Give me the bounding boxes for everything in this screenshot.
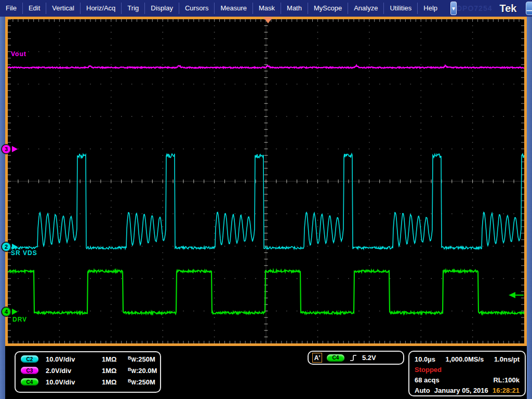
c2-impedance: 1MΩ — [102, 355, 128, 363]
c3-pill[interactable]: C3 — [21, 367, 38, 374]
menu-cursors[interactable]: Cursors — [179, 3, 215, 14]
waveform-plot — [8, 19, 524, 343]
sample-rate: 1,000.0MS/s — [446, 355, 484, 363]
c3-impedance: 1MΩ — [102, 367, 128, 375]
channel-4-position-marker[interactable]: 4 — [1, 307, 19, 317]
waveform-label-vout: Vout — [11, 50, 26, 58]
left-window-strip — [0, 17, 5, 399]
timebase-row: 10.0µs 1,000.0MS/s 1.0ns/pt — [415, 354, 520, 364]
channel-3-badge: 3 — [1, 144, 11, 154]
acq-state: Stopped — [415, 366, 442, 374]
graticule: Vout SR VDS DRV — [8, 19, 524, 343]
c3-bandwidth: BW:20.0M — [128, 367, 157, 375]
time-per-div: 10.0µs — [415, 355, 435, 363]
mode-date-row: Auto January 05, 2016 16:28:21 — [415, 385, 520, 395]
oscilloscope-screen: { "colors": { "titlebar_bg": "#1c2977", … — [0, 0, 532, 399]
channel-3-arrow-icon — [12, 146, 18, 152]
channel-4-badge: 4 — [1, 307, 11, 317]
menu-dropdown-button[interactable]: ▼ — [450, 2, 457, 15]
trigger-mode: Auto — [415, 387, 430, 394]
channel-2-badge: 2 — [1, 242, 11, 252]
menu-myscope[interactable]: MyScope — [308, 3, 348, 14]
menu-help[interactable]: Help — [417, 3, 443, 14]
titlebar: File Edit Vertical Horiz/Acq Trig Displa… — [0, 0, 532, 17]
trigger-level: 5.2V — [362, 354, 376, 362]
menu-analyze[interactable]: Analyze — [348, 3, 383, 14]
menu-utilities[interactable]: Utilities — [383, 3, 417, 14]
acquisition-readout-box[interactable]: 10.0µs 1,000.0MS/s 1.0ns/pt Stopped 68 a… — [408, 351, 526, 396]
model-watermark: DPO7254 — [457, 4, 492, 12]
menu-edit[interactable]: Edit — [22, 3, 46, 14]
c4-bandwidth: BW:250M — [128, 378, 155, 386]
menu-display[interactable]: Display — [144, 3, 179, 14]
menu-file[interactable]: File — [0, 3, 22, 14]
c4-impedance: 1MΩ — [102, 378, 128, 386]
tek-logo: Tek — [499, 3, 516, 15]
c4-pill[interactable]: C4 — [21, 378, 38, 385]
acq-count-row: 68 acqs RL:100k — [415, 375, 520, 385]
date-label: January 05, 2016 — [434, 387, 488, 394]
clock-label: 16:28:21 — [493, 387, 520, 394]
channel-readout-row-c4[interactable]: C4 10.0V/div 1MΩ BW:250M — [16, 376, 160, 388]
trigger-readout-box[interactable]: A' C4 5.2V — [308, 351, 404, 365]
right-window-strip — [527, 17, 532, 399]
minimize-icon: — — [526, 9, 532, 12]
channel-3-position-marker[interactable]: 3 — [1, 144, 19, 154]
trigger-a-badge: A' — [312, 353, 322, 363]
channel-readout-row-c3[interactable]: C3 2.0V/div 1MΩ BW:20.0M — [16, 365, 160, 376]
sample-interval: 1.0ns/pt — [494, 355, 520, 363]
minimize-button[interactable]: — — [526, 2, 532, 15]
c2-bandwidth: BW:250M — [128, 355, 155, 363]
menu-mask[interactable]: Mask — [252, 3, 281, 14]
channel-2-arrow-icon — [12, 244, 18, 250]
menu-math[interactable]: Math — [281, 3, 308, 14]
record-length: RL:100k — [493, 376, 520, 384]
trigger-source-pill[interactable]: C4 — [327, 354, 344, 362]
menu-measure[interactable]: Measure — [214, 3, 252, 14]
channel-2-position-marker[interactable]: 2 — [1, 242, 19, 252]
c4-scale: 10.0V/div — [46, 378, 102, 386]
channel-4-arrow-icon — [12, 309, 18, 315]
waveform-label-drv: DRV — [12, 316, 27, 323]
menu-horiz-acq[interactable]: Horiz/Acq — [80, 3, 121, 14]
c2-scale: 10.0V/div — [46, 355, 102, 363]
acq-state-row: Stopped — [415, 364, 520, 375]
menu-trig[interactable]: Trig — [121, 3, 144, 14]
c3-scale: 2.0V/div — [46, 367, 102, 375]
rising-edge-icon — [349, 354, 357, 362]
acq-count: 68 acqs — [415, 376, 440, 384]
channel-readout-row-c2[interactable]: C2 10.0V/div 1MΩ BW:250M — [16, 353, 160, 365]
menu-vertical[interactable]: Vertical — [46, 3, 80, 14]
display-frame: Vout SR VDS DRV — [5, 17, 527, 346]
trigger-position-marker[interactable] — [263, 17, 273, 23]
c2-pill[interactable]: C2 — [21, 355, 38, 363]
chevron-down-icon: ▼ — [451, 6, 456, 11]
channel-readout-box[interactable]: C2 10.0V/div 1MΩ BW:250M C3 2.0V/div 1MΩ… — [15, 351, 161, 393]
